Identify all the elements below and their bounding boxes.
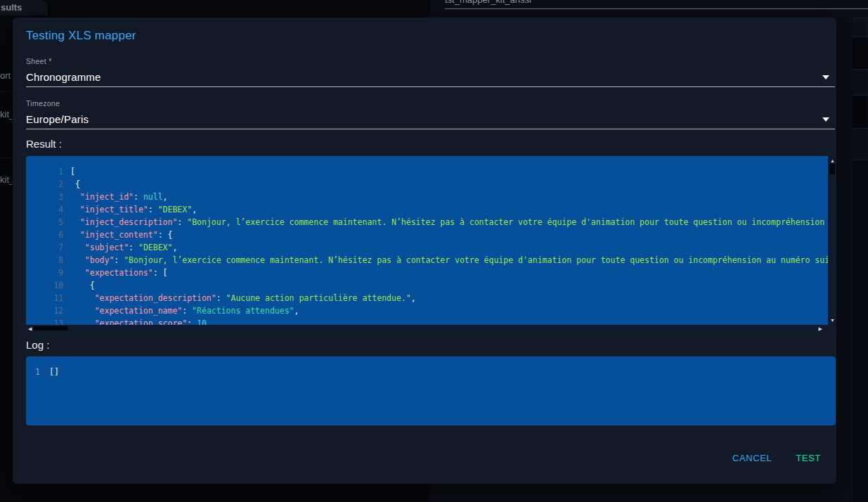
vertical-scrollbar-thumb[interactable] [829,164,835,174]
code-line: 2 { [26,178,828,191]
dialog-actions: CANCEL TEST [727,445,827,470]
background-partial-text: ort [0,70,12,82]
timezone-label: Timezone [26,99,60,108]
scroll-right-icon[interactable]: ▶ [819,326,822,331]
result-label: Result : [26,138,62,150]
code-line: 1[] [26,366,836,378]
code-line: 6 "inject_content": { [26,229,828,241]
timezone-select-value: Europe/Paris [26,113,89,125]
background-tab-label: sults [1,2,22,13]
cancel-button[interactable]: CANCEL [727,449,777,468]
scroll-down-icon[interactable]: ▼ [830,318,835,323]
code-line: 7 "subject": "DEBEX", [26,241,828,254]
background-table-rows [853,0,868,502]
sheet-label: Sheet * [26,57,52,65]
code-line: 9 "expectations": [ [26,266,828,279]
scroll-up-icon[interactable]: ▲ [830,158,835,163]
horizontal-scrollbar-thumb[interactable] [34,326,68,330]
test-button[interactable]: TEST [790,449,827,468]
result-editor-horizontal-scrollbar[interactable]: ◀ ▶ [26,325,828,332]
background-partial-text: kit_ [0,109,12,120]
code-line: 12 "expectation_name": "Réactions attend… [26,304,828,317]
log-label: Log : [26,339,49,351]
chevron-down-icon[interactable] [822,117,829,122]
background-field-value: tst_mapper_kit_anssi [445,0,531,5]
result-editor-vertical-scrollbar[interactable]: ▲ ▼ [828,156,836,325]
dialog-title: Testing XLS mapper [26,29,136,43]
code-line: 11 "expectation_description": "Aucune ac… [26,292,828,304]
code-line: 4 "inject_title": "DEBEX", [26,203,828,216]
code-line: 1[ [26,165,828,178]
timezone-select[interactable]: Europe/Paris [26,113,835,129]
background-partial-text: kit_ [0,174,12,186]
testing-xls-mapper-dialog: Testing XLS mapper Sheet * Chronogramme … [13,18,836,484]
result-editor-code[interactable]: 1[2 {3 "inject_id": null,4 "inject_title… [26,156,828,325]
sheet-select[interactable]: Chronogramme [26,71,835,87]
scroll-left-icon[interactable]: ◀ [28,326,32,331]
code-line: 10 { [26,279,828,292]
scrollbar-corner [828,325,836,332]
code-line: 3 "inject_id": null, [26,191,828,203]
code-line: 13 "expectation_score": 10 [26,317,828,325]
background-divider [0,157,13,158]
background-field-underline [445,8,868,9]
chevron-down-icon[interactable] [822,75,829,79]
code-line: 5 "inject_description": "Bonjour, l’exer… [26,216,828,229]
log-editor-code[interactable]: 1[] [26,356,836,425]
background-tab-results: sults [0,0,48,15]
sheet-select-value: Chronogramme [26,71,101,83]
code-line: 8 "body": "Bonjour, l’exercice commence … [26,254,828,266]
background-divider [0,91,13,92]
result-editor: 1[2 {3 "inject_id": null,4 "inject_title… [26,156,836,332]
